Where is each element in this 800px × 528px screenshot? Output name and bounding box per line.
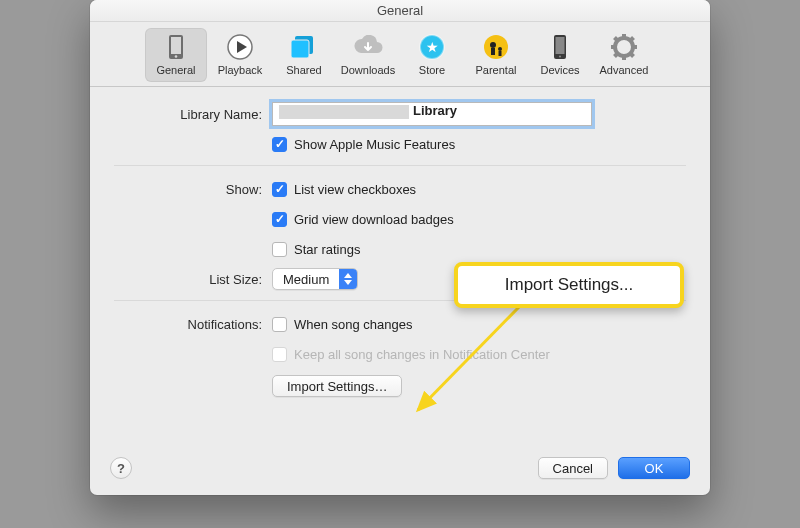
list-size-label: List Size: bbox=[114, 272, 272, 287]
store-icon: ★ bbox=[415, 32, 449, 62]
tab-store[interactable]: ★ Store bbox=[401, 28, 463, 82]
apple-music-checkbox[interactable]: Show Apple Music Features bbox=[272, 137, 455, 152]
svg-rect-6 bbox=[291, 40, 309, 58]
cloud-download-icon bbox=[351, 32, 385, 62]
cancel-button[interactable]: Cancel bbox=[538, 457, 608, 479]
grid-badges-checkbox[interactable]: Grid view download badges bbox=[272, 212, 454, 227]
tab-general[interactable]: General bbox=[145, 28, 207, 82]
preferences-window: General General Playback Shared Download… bbox=[90, 0, 710, 495]
tab-shared[interactable]: Shared bbox=[273, 28, 335, 82]
show-label: Show: bbox=[114, 182, 272, 197]
chevron-updown-icon bbox=[339, 269, 357, 289]
svg-point-2 bbox=[175, 55, 178, 58]
redacted-text bbox=[279, 105, 409, 119]
svg-point-19 bbox=[621, 44, 628, 51]
svg-line-26 bbox=[630, 38, 634, 42]
dialog-footer: ? Cancel OK bbox=[90, 457, 710, 495]
notifications-label: Notifications: bbox=[114, 317, 272, 332]
import-settings-callout: Import Settings... bbox=[454, 262, 684, 308]
parental-icon bbox=[479, 32, 513, 62]
tab-downloads[interactable]: Downloads bbox=[337, 28, 399, 82]
svg-rect-16 bbox=[556, 37, 565, 54]
import-settings-button[interactable]: Import Settings… bbox=[272, 375, 402, 397]
preferences-toolbar: General Playback Shared Downloads ★ Stor… bbox=[90, 22, 710, 87]
svg-line-27 bbox=[615, 53, 619, 57]
svg-point-11 bbox=[490, 42, 496, 48]
library-name-field[interactable]: Library bbox=[272, 102, 592, 126]
library-name-label: Library Name: bbox=[114, 107, 272, 122]
svg-point-17 bbox=[559, 55, 561, 57]
svg-rect-1 bbox=[171, 37, 181, 54]
notification-center-checkbox: Keep all song changes in Notification Ce… bbox=[272, 347, 550, 362]
separator bbox=[114, 165, 686, 166]
help-button[interactable]: ? bbox=[110, 457, 132, 479]
tab-parental[interactable]: Parental bbox=[465, 28, 527, 82]
star-ratings-checkbox[interactable]: Star ratings bbox=[272, 242, 360, 257]
phone-icon bbox=[159, 32, 193, 62]
svg-line-25 bbox=[630, 53, 634, 57]
svg-rect-14 bbox=[499, 51, 502, 56]
play-icon bbox=[223, 32, 257, 62]
gear-icon bbox=[607, 32, 641, 62]
svg-marker-29 bbox=[344, 280, 352, 285]
list-view-checkbox[interactable]: List view checkboxes bbox=[272, 182, 416, 197]
tab-playback[interactable]: Playback bbox=[209, 28, 271, 82]
ok-button[interactable]: OK bbox=[618, 457, 690, 479]
window-title: General bbox=[90, 0, 710, 22]
shared-icon bbox=[287, 32, 321, 62]
svg-rect-13 bbox=[491, 48, 495, 55]
svg-text:★: ★ bbox=[426, 39, 439, 55]
svg-line-24 bbox=[615, 38, 619, 42]
svg-marker-28 bbox=[344, 273, 352, 278]
svg-point-10 bbox=[484, 35, 508, 59]
list-size-select[interactable]: Medium bbox=[272, 268, 358, 290]
tab-advanced[interactable]: Advanced bbox=[593, 28, 655, 82]
svg-point-12 bbox=[498, 47, 502, 51]
tab-devices[interactable]: Devices bbox=[529, 28, 591, 82]
device-icon bbox=[543, 32, 577, 62]
song-changes-checkbox[interactable]: When song changes bbox=[272, 317, 413, 332]
